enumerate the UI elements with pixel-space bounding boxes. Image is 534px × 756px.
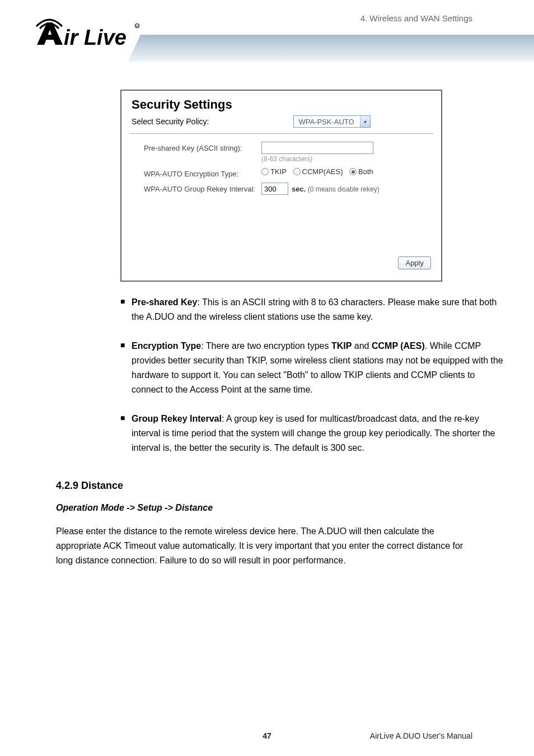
bullet-list: ■ Pre-shared Key: This is an ASCII strin…: [120, 295, 507, 455]
airlive-logo: ir Live R: [34, 10, 140, 50]
group-rekey-unit: sec. (0 means disable rekey): [292, 185, 380, 193]
chevron-down-icon: ▾: [360, 116, 370, 127]
manual-title: AirLive A.DUO User's Manual: [335, 731, 472, 740]
bullet-icon: ■: [120, 295, 132, 324]
bullet-text: Pre-shared Key: This is an ASCII string …: [132, 295, 507, 324]
apply-button[interactable]: Apply: [398, 256, 431, 269]
section-subheading-distance: Operation Mode -> Setup -> Distance: [56, 503, 534, 513]
bullet-text: Group Rekey Interval: A group key is use…: [132, 412, 507, 455]
psk-hint: (8-63 characters): [261, 155, 431, 163]
security-policy-select[interactable]: WPA-PSK-AUTO ▾: [293, 115, 370, 128]
page-header: 4. Wireless and WAN Settings ir Live R: [0, 0, 534, 84]
group-rekey-input[interactable]: [261, 183, 288, 195]
group-rekey-label: WPA-AUTO Group Rekey Interval:: [144, 183, 261, 193]
radio-label: TKIP: [270, 167, 287, 176]
encryption-type-label: WPA-AUTO Encryption Type:: [144, 167, 261, 178]
page-footer: 47 AirLive A.DUO User's Manual: [0, 731, 534, 740]
svg-text:ir Live: ir Live: [64, 26, 127, 49]
encryption-both-radio[interactable]: Both: [349, 167, 373, 176]
encryption-tkip-radio[interactable]: TKIP: [261, 167, 287, 176]
bullet-icon: ■: [120, 339, 132, 397]
radio-label: CCMP(AES): [302, 167, 343, 176]
header-section-label: 4. Wireless and WAN Settings: [360, 13, 472, 23]
section-heading-distance: 4.2.9 Distance: [56, 480, 534, 492]
encryption-ccmp-radio[interactable]: CCMP(AES): [293, 167, 343, 176]
page-number: 47: [199, 731, 336, 740]
psk-input[interactable]: [261, 142, 373, 154]
bullet-item: ■ Pre-shared Key: This is an ASCII strin…: [120, 295, 507, 324]
psk-label: Pre-shared Key (ASCII string):: [144, 142, 261, 152]
bullet-icon: ■: [120, 412, 132, 455]
panel-title: Security Settings: [132, 97, 431, 112]
security-settings-panel: Security Settings Select Security Policy…: [120, 90, 442, 282]
bullet-item: ■ Group Rekey Interval: A group key is u…: [120, 412, 507, 455]
bullet-text: Encryption Type: There are two encryptio…: [132, 339, 507, 397]
bullet-item: ■ Encryption Type: There are two encrypt…: [120, 339, 507, 397]
security-policy-label: Select Security Policy:: [132, 117, 246, 126]
distance-paragraph: Please enter the distance to the remote …: [56, 524, 478, 568]
divider: [129, 133, 433, 134]
svg-text:R: R: [136, 25, 138, 28]
security-policy-value: WPA-PSK-AUTO: [294, 118, 359, 126]
radio-label: Both: [358, 167, 373, 176]
